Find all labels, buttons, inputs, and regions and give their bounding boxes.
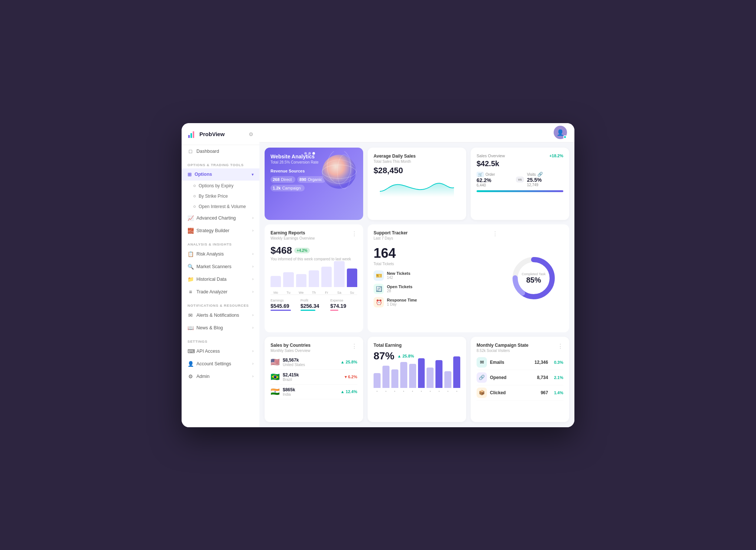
te-bar-0: [374, 373, 381, 388]
trade-analyzer-label: Trade Analyzer: [196, 289, 228, 294]
campaign-item-1: 🔗 Opened 8,734 2.1%: [477, 370, 563, 385]
country-name-2: India: [283, 392, 338, 396]
campaign-item-2: 📦 Clicked 967 1.4%: [477, 385, 563, 401]
strategy-builder-label: Strategy Builder: [196, 228, 229, 233]
bar-label-Su: Su: [347, 291, 357, 294]
sidebar-item-news-blog[interactable]: 📖 News & Blog ›: [182, 322, 259, 334]
visits-icon: 🔗: [537, 172, 543, 177]
sidebar-item-alerts-notifications[interactable]: ✉ Alerts & Notifications ›: [182, 309, 259, 322]
te-change: ▲ 25.8%: [397, 354, 414, 358]
bar-label-Th: Th: [309, 291, 319, 294]
em-label-2: Expense: [330, 299, 357, 302]
svg-rect-0: [188, 135, 190, 138]
te-bar-chart: [374, 366, 460, 388]
earning-bar-Fr: [321, 267, 332, 287]
sidebar-item-options-by-expiry[interactable]: Options by Expiry: [182, 181, 259, 191]
support-menu-icon[interactable]: ⋮: [492, 230, 498, 237]
sidebar-logo: ProbView ⚙: [182, 130, 259, 145]
ticket-label-0: New Tickets: [387, 271, 410, 276]
news-icon: 📖: [188, 325, 193, 331]
dot-3: [312, 152, 315, 155]
order-icon: 🛒: [477, 172, 484, 177]
sidebar-item-advanced-charting[interactable]: 📈 Advanced Charting ›: [182, 212, 259, 224]
em-bar-2: [330, 310, 338, 311]
sidebar-item-options[interactable]: ⊞ Options ▾: [182, 168, 259, 181]
te-bar-9: [453, 356, 460, 388]
te-bar-4: [409, 364, 416, 388]
camp-icon-0: ✉: [477, 357, 487, 368]
support-tracker-card: Support Tracker Last 7 Days ⋮ 164 Total …: [368, 224, 569, 332]
avg-sales-card: Average Daily Sales Total Sales This Mon…: [368, 148, 466, 220]
country-item-0: 🇺🇸 $8,567k United States ▲ 25.8%: [271, 355, 357, 370]
donut-center: Completed Task 85%: [522, 272, 546, 284]
country-amount-1: $2,415k: [283, 372, 342, 378]
dashboard-label: Dashboard: [196, 149, 219, 154]
ticket-icon-0: 🎫: [374, 270, 384, 281]
so-order-metric: 🛒 Order 62.2% 6,440: [477, 172, 513, 187]
ticket-info-2: Response Time 1 Day: [387, 298, 417, 306]
sidebar-item-api-access[interactable]: ⌨ API Access ›: [182, 345, 259, 358]
support-left: Support Tracker Last 7 Days ⋮ 164 Total …: [374, 230, 498, 326]
so-visits-count: 12,749: [527, 183, 563, 187]
ticket-value-2: 1 Day: [387, 302, 417, 306]
sidebar-item-by-strike-price[interactable]: By Strike Price: [182, 191, 259, 201]
sidebar-item-historical-data[interactable]: 📁 Historical Data ›: [182, 273, 259, 286]
historical-arrow-icon: ›: [252, 277, 253, 281]
risk-analysis-label: Risk Analysis: [196, 251, 224, 257]
em-value-2: $74.19: [330, 303, 357, 309]
sidebar-item-risk-analysis[interactable]: 📋 Risk Analysis ›: [182, 248, 259, 260]
te-label-8: •: [444, 389, 451, 393]
te-label-0: •: [374, 389, 381, 393]
ticket-icon-2: ⏰: [374, 297, 384, 307]
options-by-expiry-label: Options by Expiry: [199, 183, 233, 188]
sidebar-item-admin[interactable]: ⚙ Admin ›: [182, 370, 259, 383]
earning-bar-We: [296, 274, 306, 287]
ticket-info-1: Open Tickets 28: [387, 284, 412, 293]
te-bar-1: [382, 366, 389, 388]
user-avatar[interactable]: 👤: [554, 126, 567, 139]
sidebar-item-account-settings[interactable]: 👤 Account Settings ›: [182, 358, 259, 370]
api-icon: ⌨: [188, 348, 193, 354]
country-name-1: Brazil: [283, 378, 342, 382]
countries-menu-icon[interactable]: ⋮: [351, 343, 357, 350]
te-label-2: •: [391, 389, 398, 393]
app-name: ProbView: [199, 131, 225, 137]
camp-label-2: Clicked: [490, 390, 538, 395]
sidebar-item-market-scanners[interactable]: 🔍 Market Scanners ›: [182, 260, 259, 273]
campaign-menu-icon[interactable]: ⋮: [557, 343, 563, 350]
earning-menu-icon[interactable]: ⋮: [351, 230, 357, 237]
historical-data-label: Historical Data: [196, 277, 226, 282]
admin-icon: ⚙: [188, 373, 193, 379]
country-name-0: United States: [283, 363, 338, 367]
online-status-dot: [563, 135, 567, 139]
earning-metrics: Earnings $545.69 Profit $256.34 Expense …: [271, 294, 357, 311]
settings-icon[interactable]: ⚙: [249, 131, 253, 137]
campaign-item-0: ✉ Emails 12,346 0.3%: [477, 355, 563, 370]
te-bar-2: [391, 369, 398, 388]
earning-bar-Tu: [283, 272, 294, 287]
topbar: 👤: [259, 123, 574, 142]
sidebar-item-dashboard[interactable]: □ Dashboard: [182, 145, 259, 158]
camp-icon-2: 📦: [477, 388, 487, 398]
bar-label-Fr: Fr: [321, 291, 332, 294]
sidebar-item-strategy-builder[interactable]: 🧱 Strategy Builder ›: [182, 224, 259, 237]
country-item-1: 🇧🇷 $2,415k Brazil ▾ 6.2%: [271, 370, 357, 385]
support-total: 164: [374, 246, 498, 261]
countries-title-group: Sales by Countries Monthly Sales Overvie…: [271, 343, 311, 355]
country-item-2: 🇮🇳 $865k India ▲ 12.4%: [271, 385, 357, 399]
country-flag-0: 🇺🇸: [271, 358, 280, 366]
so-title: Sales Overview: [477, 154, 505, 158]
ticket-item-2: ⏰ Response Time 1 Day: [374, 297, 498, 307]
sidebar-item-open-interest[interactable]: Open Interest & Volume: [182, 201, 259, 212]
alerts-icon: ✉: [188, 312, 193, 318]
sidebar-item-trade-analyzer[interactable]: ≡ Trade Analyzer ›: [182, 286, 259, 298]
earning-bar-chart: [271, 265, 357, 287]
options-icon: ⊞: [188, 172, 192, 177]
bar-label-Sa: Sa: [334, 291, 344, 294]
website-analytics-card: Website Analytics Total 28.5% Conversion…: [265, 148, 363, 220]
campaign-subtitle: 8.52k Social Visiters: [477, 349, 528, 353]
risk-arrow-icon: ›: [252, 252, 253, 256]
campaign-title: Monthly Campaign State: [477, 343, 528, 348]
campaign-label: Campaign: [282, 186, 301, 190]
svg-rect-2: [193, 131, 194, 138]
